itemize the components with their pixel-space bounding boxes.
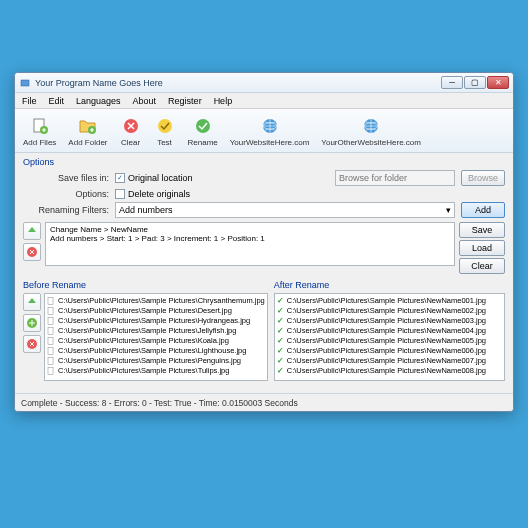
options-label: Options: [31, 189, 109, 199]
svg-point-5 [158, 119, 172, 133]
file-row[interactable]: C:\Users\Public\Pictures\Sample Pictures… [47, 346, 265, 356]
page-icon [47, 297, 55, 305]
file-row[interactable]: ✓C:\Users\Public\Pictures\Sample Picture… [277, 326, 502, 336]
save-filters-button[interactable]: Save [459, 222, 505, 238]
remove-filter-button[interactable] [23, 243, 41, 261]
before-file-list[interactable]: C:\Users\Public\Pictures\Sample Pictures… [44, 293, 268, 381]
menu-about[interactable]: About [128, 95, 162, 107]
svg-rect-15 [48, 308, 53, 315]
original-location-label: Original location [128, 173, 193, 183]
before-heading: Before Rename [23, 280, 268, 290]
rename-button[interactable]: Rename [184, 112, 222, 150]
check-icon: ✓ [277, 326, 284, 336]
svg-rect-0 [21, 80, 29, 86]
file-row[interactable]: ✓C:\Users\Public\Pictures\Sample Picture… [277, 346, 502, 356]
rename-icon [192, 115, 214, 137]
file-row[interactable]: C:\Users\Public\Pictures\Sample Pictures… [47, 336, 265, 346]
menu-file[interactable]: File [17, 95, 42, 107]
browse-button[interactable]: Browse [461, 170, 505, 186]
renaming-filters-dropdown[interactable]: Add numbers ▾ [115, 202, 455, 218]
svg-rect-20 [48, 358, 53, 365]
load-filters-button[interactable]: Load [459, 240, 505, 256]
app-window: Your Program Name Goes Here ─ ▢ ✕ File E… [14, 72, 514, 412]
file-row[interactable]: ✓C:\Users\Public\Pictures\Sample Picture… [277, 336, 502, 346]
toolbar: Add Files Add Folder Clear Test Rename Y… [15, 109, 513, 153]
original-location-checkbox[interactable]: ✓ [115, 173, 125, 183]
file-row[interactable]: C:\Users\Public\Pictures\Sample Pictures… [47, 306, 265, 316]
page-icon [47, 337, 55, 345]
titlebar[interactable]: Your Program Name Goes Here ─ ▢ ✕ [15, 73, 513, 93]
file-row[interactable]: C:\Users\Public\Pictures\Sample Pictures… [47, 326, 265, 336]
website1-button[interactable]: YourWebsiteHere.com [226, 112, 314, 150]
clear-filters-button[interactable]: Clear [459, 258, 505, 274]
file-row[interactable]: C:\Users\Public\Pictures\Sample Pictures… [47, 356, 265, 366]
check-icon: ✓ [277, 316, 284, 326]
page-icon [47, 307, 55, 315]
remove-file-button[interactable] [23, 335, 41, 353]
file-row[interactable]: C:\Users\Public\Pictures\Sample Pictures… [47, 296, 265, 306]
svg-rect-19 [48, 348, 53, 355]
add-folder-icon [77, 115, 99, 137]
filter-line[interactable]: Add numbers > Start: 1 > Pad: 3 > Increm… [50, 234, 450, 243]
after-file-list[interactable]: ✓C:\Users\Public\Pictures\Sample Picture… [274, 293, 505, 381]
renaming-filters-label: Renaming Filters: [31, 205, 109, 215]
status-text: Complete - Success: 8 - Errors: 0 - Test… [21, 398, 298, 408]
check-icon: ✓ [277, 366, 284, 376]
maximize-button[interactable]: ▢ [464, 76, 486, 89]
after-heading: After Rename [274, 280, 505, 290]
file-row[interactable]: C:\Users\Public\Pictures\Sample Pictures… [47, 366, 265, 376]
window-title: Your Program Name Goes Here [35, 78, 441, 88]
page-icon [47, 327, 55, 335]
clear-icon [120, 115, 142, 137]
delete-originals-label: Delete originals [128, 189, 190, 199]
test-button[interactable]: Test [150, 112, 180, 150]
file-row[interactable]: ✓C:\Users\Public\Pictures\Sample Picture… [277, 296, 502, 306]
check-icon: ✓ [277, 346, 284, 356]
svg-rect-21 [48, 368, 53, 375]
svg-rect-17 [48, 328, 53, 335]
menu-languages[interactable]: Languages [71, 95, 126, 107]
add-filter-button[interactable]: Add [461, 202, 505, 218]
filter-list[interactable]: Change Name > NewName Add numbers > Star… [45, 222, 455, 266]
globe-icon [259, 115, 281, 137]
page-icon [47, 317, 55, 325]
website2-button[interactable]: YourOtherWebsiteHere.com [317, 112, 425, 150]
globe-icon [360, 115, 382, 137]
delete-originals-checkbox[interactable] [115, 189, 125, 199]
save-files-label: Save files in: [31, 173, 109, 183]
test-icon [154, 115, 176, 137]
move-up-button[interactable] [23, 222, 41, 240]
menu-edit[interactable]: Edit [44, 95, 70, 107]
options-heading: Options [23, 157, 505, 167]
file-row[interactable]: ✓C:\Users\Public\Pictures\Sample Picture… [277, 306, 502, 316]
page-icon [47, 347, 55, 355]
file-row[interactable]: ✓C:\Users\Public\Pictures\Sample Picture… [277, 366, 502, 376]
check-icon: ✓ [277, 336, 284, 346]
menu-register[interactable]: Register [163, 95, 207, 107]
close-button[interactable]: ✕ [487, 76, 509, 89]
add-files-icon [29, 115, 51, 137]
check-icon: ✓ [277, 296, 284, 306]
clear-button[interactable]: Clear [116, 112, 146, 150]
minimize-button[interactable]: ─ [441, 76, 463, 89]
chevron-down-icon: ▾ [446, 205, 451, 215]
file-row[interactable]: C:\Users\Public\Pictures\Sample Pictures… [47, 316, 265, 326]
menubar: File Edit Languages About Register Help [15, 93, 513, 109]
browse-folder-field[interactable] [335, 170, 455, 186]
file-row[interactable]: ✓C:\Users\Public\Pictures\Sample Picture… [277, 316, 502, 326]
add-file-button[interactable] [23, 314, 41, 332]
move-up-file-button[interactable] [23, 293, 41, 311]
svg-rect-18 [48, 338, 53, 345]
statusbar: Complete - Success: 8 - Errors: 0 - Test… [15, 393, 513, 411]
add-files-button[interactable]: Add Files [19, 112, 60, 150]
svg-rect-16 [48, 318, 53, 325]
svg-rect-14 [48, 298, 53, 305]
add-folder-button[interactable]: Add Folder [64, 112, 111, 150]
check-icon: ✓ [277, 356, 284, 366]
menu-help[interactable]: Help [209, 95, 238, 107]
svg-point-6 [196, 119, 210, 133]
filter-line[interactable]: Change Name > NewName [50, 225, 450, 234]
file-row[interactable]: ✓C:\Users\Public\Pictures\Sample Picture… [277, 356, 502, 366]
page-icon [47, 357, 55, 365]
check-icon: ✓ [277, 306, 284, 316]
